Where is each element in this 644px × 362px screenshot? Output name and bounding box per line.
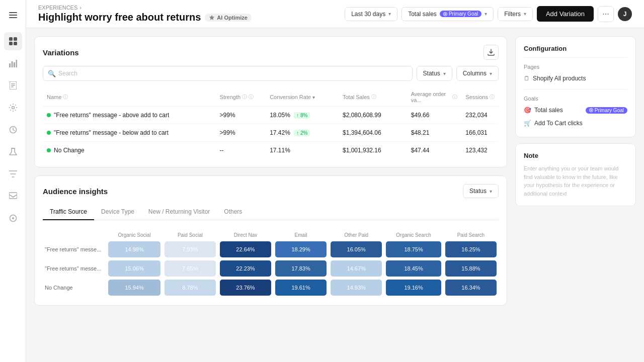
page-title: Highlight worry free about returns AI Op… — [38, 12, 252, 23]
status-button[interactable]: Status ▾ — [417, 66, 452, 81]
uplift-badge: ↑ 2% — [294, 130, 310, 136]
sidebar-settings-icon[interactable] — [4, 99, 22, 117]
strength-cell: >99% — [216, 107, 266, 124]
goal-label: Total sales — [408, 11, 437, 18]
col-avg-order: Average order va... — [411, 91, 451, 103]
svg-rect-12 — [11, 83, 15, 84]
heatmap-row: No Change15.94%8.78%23.76%19.61%14.93%19… — [43, 278, 499, 297]
sidebar-history-icon[interactable] — [4, 121, 22, 139]
insights-card-header: Audience insights Status ▾ — [43, 184, 499, 198]
avg-order-cell: $47.44 — [407, 142, 462, 159]
variations-title: Variations — [43, 48, 79, 57]
goals-list: 🎯 Total sales Primary Goal 🛒 Add To Cart… — [524, 105, 627, 129]
sessions-cell: 123,432 — [461, 142, 499, 159]
sidebar-experiments-icon[interactable] — [4, 143, 22, 161]
svg-point-24 — [590, 110, 592, 111]
sessions-info-icon: ⓘ — [490, 94, 495, 101]
heatmap-col-header: Other Paid — [329, 230, 384, 240]
more-options-button[interactable]: ··· — [598, 6, 614, 22]
svg-rect-5 — [9, 42, 13, 45]
note-placeholder[interactable]: Enter anything you or your team would fi… — [524, 164, 627, 198]
goal-chevron: ▾ — [485, 11, 487, 17]
heatmap-cell: 8.78% — [163, 278, 218, 297]
heatmap-cell: 19.16% — [384, 278, 443, 297]
columns-button[interactable]: Columns ▾ — [456, 66, 499, 81]
heatmap-cell: 18.75% — [384, 240, 443, 259]
svg-rect-8 — [11, 61, 13, 67]
sidebar-config-icon[interactable] — [4, 209, 22, 227]
heatmap-col-header: Paid Search — [443, 230, 499, 240]
sidebar-dashboard-icon[interactable] — [4, 32, 22, 50]
heatmap-cell: 14.67% — [329, 259, 384, 278]
heatmap-row-label-header — [43, 230, 106, 240]
sidebar-filters-icon[interactable] — [4, 165, 22, 183]
sidebar-pages-icon[interactable] — [4, 76, 22, 95]
svg-rect-6 — [14, 42, 17, 45]
goal-button[interactable]: Total sales Primary Goal ▾ — [401, 7, 494, 21]
filters-label: Filters — [504, 11, 521, 18]
configuration-card: Configuration Pages 🗒 Shopify All produc… — [515, 36, 636, 137]
pages-icon: 🗒 — [524, 75, 530, 82]
sidebar-menu-icon[interactable] — [4, 6, 22, 24]
date-range-button[interactable]: Last 30 days ▾ — [345, 7, 397, 21]
add-variation-button[interactable]: Add Variation — [537, 6, 594, 22]
goal-name: Add To Cart clicks — [534, 120, 583, 127]
col-sessions: Sessions — [465, 94, 488, 100]
audience-tab-device-type[interactable]: Device Type — [94, 204, 141, 220]
sidebar-analytics-icon[interactable] — [4, 54, 22, 72]
search-input[interactable] — [43, 66, 413, 81]
col-sales: Total Sales — [343, 94, 370, 100]
sales-cell: $2,080,608.99 — [339, 107, 407, 124]
insights-title: Audience insights — [43, 187, 108, 196]
audience-tab-new-/-returning-visitor[interactable]: New / Returning Visitor — [141, 204, 217, 220]
topbar: EXPERIENCES › Highlight worry free about… — [26, 0, 644, 28]
audience-insights-card: Audience insights Status ▾ Traffic Sourc… — [34, 175, 507, 306]
configuration-title: Configuration — [524, 45, 627, 52]
insights-status-label: Status — [469, 188, 487, 195]
search-icon: 🔍 — [48, 70, 56, 77]
col-strength: Strength — [220, 94, 241, 100]
heatmap-col-header: Email — [273, 230, 329, 240]
avg-order-cell: $49.66 — [407, 107, 462, 124]
heatmap-cell: 19.61% — [273, 278, 329, 297]
audience-tab-traffic-source[interactable]: Traffic Source — [43, 204, 94, 220]
audience-tabs: Traffic SourceDevice TypeNew / Returning… — [43, 204, 499, 220]
heatmap-col-header: Organic Social — [106, 230, 163, 240]
note-title: Note — [524, 152, 627, 159]
heatmap-cell: 14.93% — [329, 278, 384, 297]
search-wrap: 🔍 — [43, 66, 413, 81]
strength-cell: -- — [216, 142, 266, 159]
heatmap-cell: 17.83% — [273, 259, 329, 278]
primary-goal-text: Primary Goal — [449, 11, 478, 17]
filters-button[interactable]: Filters ▾ — [498, 7, 533, 21]
heatmap-cell: 23.76% — [218, 278, 273, 297]
topbar-controls: Last 30 days ▾ Total sales Primary Goal … — [345, 6, 632, 22]
status-label: Status — [423, 70, 440, 77]
goal-item: 🎯 Total sales Primary Goal — [524, 105, 627, 116]
insights-status-button[interactable]: Status ▾ — [463, 184, 499, 198]
breadcrumb-parent[interactable]: EXPERIENCES — [38, 5, 77, 11]
ai-optimize-badge: AI Optimize — [205, 14, 252, 22]
breadcrumb-separator: › — [79, 5, 82, 11]
breadcrumb: EXPERIENCES › — [38, 5, 252, 11]
strength-info-icon2: ⓘ — [249, 94, 254, 101]
content-area: Variations 🔍 Status ▾ Columns — [26, 28, 644, 362]
sessions-cell: 232,034 — [461, 107, 499, 124]
svg-rect-14 — [11, 86, 14, 87]
goals-section-label: Goals — [524, 96, 627, 102]
download-button[interactable] — [484, 45, 499, 60]
topbar-title-section: EXPERIENCES › Highlight worry free about… — [38, 5, 252, 23]
pages-item: 🗒 Shopify All products — [524, 73, 627, 84]
heatmap-header-row: Organic SocialPaid SocialDirect NavEmail… — [43, 230, 499, 240]
sales-cell: $1,394,604.06 — [339, 124, 407, 142]
sidebar-messages-icon[interactable] — [4, 187, 22, 205]
svg-rect-1 — [9, 15, 17, 16]
primary-goal-tag: Primary Goal — [440, 11, 481, 17]
name-info-icon: ⓘ — [63, 94, 68, 101]
heatmap-cell: 15.94% — [106, 278, 163, 297]
status-chevron: ▾ — [443, 71, 446, 76]
avg-order-cell: $48.21 — [407, 124, 462, 142]
audience-tab-others[interactable]: Others — [217, 204, 249, 220]
date-range-chevron: ▾ — [388, 11, 391, 17]
heatmap-row-label: No Change — [43, 278, 106, 297]
